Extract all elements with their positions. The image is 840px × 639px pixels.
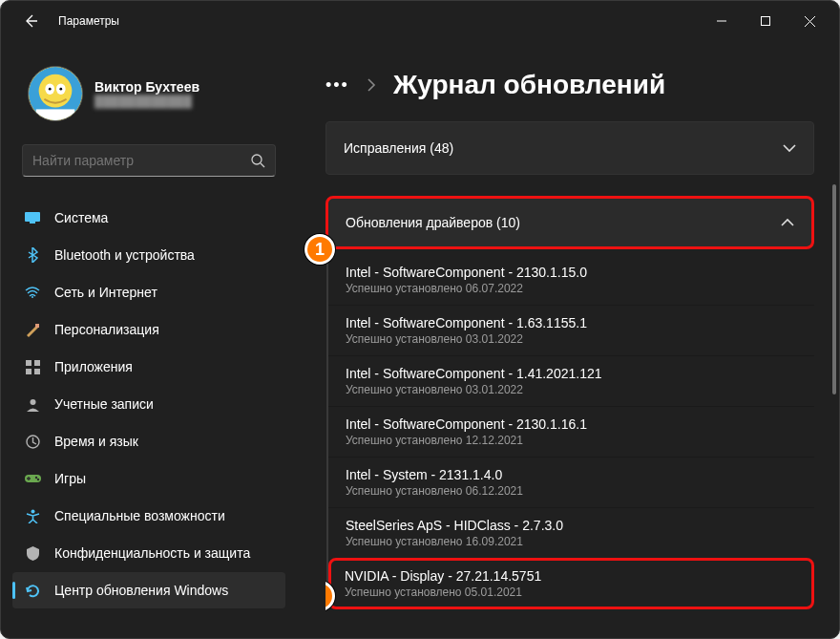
- breadcrumb: ••• Журнал обновлений: [326, 47, 814, 117]
- search-box[interactable]: [22, 144, 276, 177]
- maximize-button[interactable]: [744, 3, 788, 39]
- section-driver-updates-label: Обновления драйверов (10): [346, 215, 520, 230]
- chevron-up-icon: [781, 218, 794, 227]
- windows-update-icon: [24, 582, 41, 599]
- personalization-icon: [24, 321, 41, 338]
- page-title: Журнал обновлений: [393, 70, 665, 100]
- svg-point-8: [49, 88, 52, 91]
- update-title: SteelSeries ApS - HIDClass - 2.7.3.0: [346, 518, 797, 533]
- update-status: Успешно установлено 16.09.2021: [346, 535, 797, 548]
- avatar: [28, 66, 83, 121]
- sidebar: Виктор Бухтеев ████████████ Система Blue…: [1, 41, 297, 638]
- svg-rect-10: [36, 109, 75, 121]
- update-status: Успешно установлено 12.12.2021: [346, 434, 797, 447]
- breadcrumb-more-icon[interactable]: •••: [326, 75, 349, 96]
- svg-point-15: [32, 296, 33, 298]
- chevron-right-icon: [367, 78, 376, 92]
- sidebar-item-label: Учетные записи: [54, 396, 154, 412]
- network-icon: [24, 284, 41, 301]
- sidebar-item-0[interactable]: Система: [12, 200, 285, 236]
- update-status: Успешно установлено 05.01.2021: [345, 586, 798, 599]
- chevron-down-icon: [783, 143, 796, 153]
- bluetooth-icon: [24, 246, 41, 264]
- section-driver-updates[interactable]: Обновления драйверов (10): [326, 196, 814, 249]
- sidebar-item-2[interactable]: Сеть и Интернет: [12, 274, 285, 310]
- update-row[interactable]: Intel - System - 2131.1.4.0 Успешно уста…: [328, 457, 814, 507]
- update-title: Intel - SoftwareComponent - 2130.1.15.0: [346, 265, 797, 280]
- apps-icon: [24, 358, 41, 375]
- sidebar-item-label: Центр обновления Windows: [54, 583, 228, 598]
- svg-rect-20: [34, 369, 40, 374]
- svg-rect-17: [26, 360, 32, 366]
- svg-rect-18: [34, 360, 40, 366]
- sidebar-item-label: Система: [54, 210, 108, 225]
- sidebar-item-label: Персонализация: [54, 322, 159, 337]
- sidebar-item-label: Время и язык: [54, 434, 138, 449]
- sidebar-item-label: Bluetooth и устройства: [54, 247, 195, 263]
- svg-point-24: [34, 477, 36, 479]
- update-status: Успешно установлено 03.01.2022: [346, 383, 797, 396]
- main: ••• Журнал обновлений Исправления (48) О…: [297, 41, 839, 638]
- accounts-icon: [24, 395, 41, 413]
- sidebar-item-6[interactable]: Время и язык: [12, 423, 285, 459]
- minimize-button[interactable]: [700, 3, 744, 39]
- svg-point-25: [36, 479, 38, 480]
- content: Виктор Бухтеев ████████████ Система Blue…: [1, 41, 839, 638]
- svg-point-21: [30, 399, 35, 405]
- privacy-icon: [24, 544, 41, 562]
- svg-rect-1: [762, 17, 770, 26]
- svg-rect-13: [25, 212, 40, 222]
- app-title: Параметры: [58, 14, 119, 28]
- profile-name: Виктор Бухтеев: [94, 79, 200, 95]
- svg-rect-14: [30, 222, 35, 224]
- update-row-highlighted[interactable]: NVIDIA - Display - 27.21.14.5751 Успешно…: [328, 558, 814, 609]
- sidebar-item-4[interactable]: Приложения: [12, 349, 285, 385]
- system-icon: [24, 209, 41, 226]
- search-icon: [251, 154, 265, 168]
- svg-line-12: [261, 163, 264, 167]
- update-status: Успешно установлено 06.07.2022: [346, 282, 797, 295]
- accessibility-icon: [24, 507, 41, 524]
- titlebar: Параметры: [1, 1, 839, 41]
- sidebar-item-10[interactable]: Центр обновления Windows: [12, 572, 285, 608]
- update-row[interactable]: Intel - SoftwareComponent - 1.41.2021.12…: [328, 355, 814, 406]
- update-row[interactable]: Intel - SoftwareComponent - 2130.1.15.0 …: [328, 255, 814, 305]
- sidebar-item-label: Приложения: [54, 359, 133, 374]
- sidebar-item-1[interactable]: Bluetooth и устройства: [12, 237, 285, 273]
- section-fixes-label: Исправления (48): [344, 140, 453, 156]
- back-button[interactable]: [22, 12, 39, 30]
- update-status: Успешно установлено 03.01.2022: [346, 332, 797, 346]
- sidebar-item-3[interactable]: Персонализация: [12, 311, 285, 348]
- settings-window: Параметры: [0, 0, 840, 639]
- annotation-badge-1: 1: [304, 234, 335, 265]
- close-button[interactable]: [788, 3, 831, 39]
- sidebar-nav: Система Bluetooth и устройства Сеть и Ин…: [12, 200, 285, 608]
- update-title: Intel - SoftwareComponent - 1.63.1155.1: [346, 315, 797, 330]
- update-row[interactable]: Intel - SoftwareComponent - 1.63.1155.1 …: [328, 305, 814, 355]
- update-status: Успешно установлено 06.12.2021: [346, 484, 797, 498]
- sidebar-item-5[interactable]: Учетные записи: [12, 386, 285, 422]
- update-title: Intel - SoftwareComponent - 2130.1.16.1: [346, 416, 797, 432]
- time-language-icon: [24, 433, 41, 450]
- sidebar-item-label: Сеть и Интернет: [54, 285, 158, 300]
- scrollbar-thumb[interactable]: [832, 184, 836, 394]
- main-inner: ••• Журнал обновлений Исправления (48) О…: [297, 47, 830, 638]
- update-title: Intel - SoftwareComponent - 1.41.2021.12…: [346, 366, 797, 381]
- sidebar-item-label: Игры: [54, 471, 86, 486]
- update-row[interactable]: SteelSeries ApS - HIDClass - 2.7.3.0 Усп…: [328, 507, 814, 558]
- sidebar-item-8[interactable]: Специальные возможности: [12, 498, 285, 534]
- gaming-icon: [24, 470, 41, 487]
- update-title: NVIDIA - Display - 27.21.14.5751: [345, 568, 798, 584]
- section-fixes[interactable]: Исправления (48): [326, 121, 814, 175]
- window-controls: [700, 3, 831, 39]
- sidebar-item-7[interactable]: Игры: [12, 460, 285, 497]
- sidebar-item-9[interactable]: Конфиденциальность и защита: [12, 535, 285, 571]
- update-title: Intel - System - 2131.1.4.0: [346, 467, 797, 482]
- svg-point-26: [31, 509, 34, 513]
- titlebar-left: Параметры: [22, 12, 119, 30]
- svg-point-9: [59, 88, 62, 91]
- search-input[interactable]: [32, 153, 251, 168]
- update-row[interactable]: Intel - SoftwareComponent - 2130.1.16.1 …: [328, 406, 814, 457]
- svg-rect-16: [35, 324, 39, 328]
- profile-block[interactable]: Виктор Бухтеев ████████████: [12, 49, 285, 138]
